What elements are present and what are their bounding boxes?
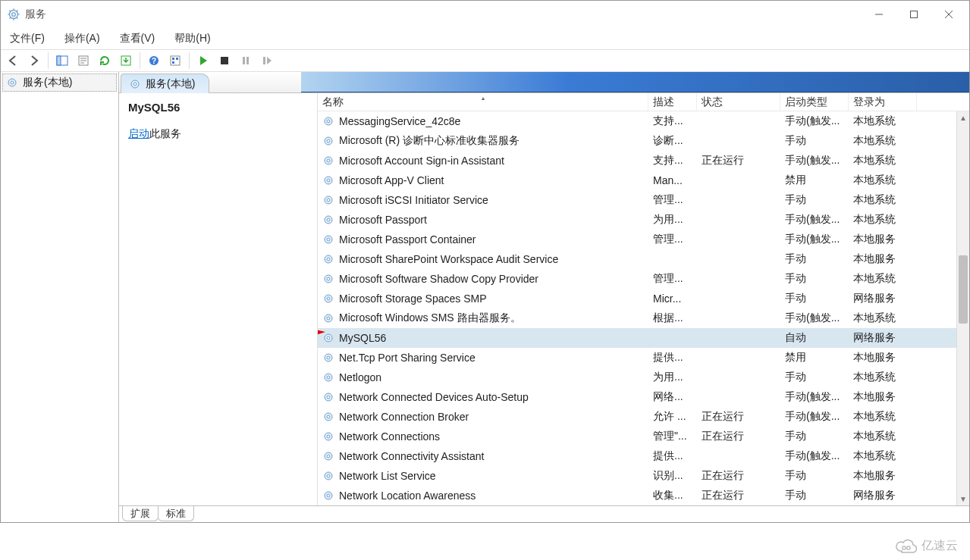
svg-point-50 xyxy=(327,396,330,399)
start-service-link[interactable]: 启动 xyxy=(128,127,149,139)
service-row[interactable]: Microsoft Passport Container管理...手动(触发..… xyxy=(318,230,969,249)
column-header-startup[interactable]: 启动类型 xyxy=(780,93,849,111)
service-startup-cell: 手动(触发... xyxy=(780,311,849,325)
service-startup-cell: 手动 xyxy=(780,272,849,286)
service-row[interactable]: Microsoft (R) 诊断中心标准收集器服务诊断...手动本地系统 xyxy=(318,131,969,151)
service-logon-cell: 本地系统 xyxy=(849,430,917,443)
export-list-button[interactable] xyxy=(117,52,135,70)
service-desc-cell: 管理... xyxy=(648,233,697,246)
nav-back-button[interactable] xyxy=(4,52,22,70)
service-desc-cell: 根据... xyxy=(648,311,697,325)
service-status-cell: 正在运行 xyxy=(697,154,780,167)
service-row[interactable]: Network Connectivity Assistant提供...手动(触发… xyxy=(318,446,969,466)
svg-point-52 xyxy=(327,415,330,418)
service-desc-cell: 诊断... xyxy=(648,134,697,148)
column-header-description[interactable]: 描述 xyxy=(648,93,697,111)
svg-point-54 xyxy=(327,435,330,438)
svg-point-28 xyxy=(327,179,330,182)
service-logon-cell: 本地系统 xyxy=(849,114,917,128)
column-header-name[interactable]: 名称 ▴ xyxy=(318,93,648,111)
service-startup-cell: 手动(触发... xyxy=(780,154,849,167)
minimize-button[interactable] xyxy=(862,3,896,26)
menu-action[interactable]: 操作(A) xyxy=(60,30,105,47)
service-logon-cell: 本地系统 xyxy=(849,134,917,148)
service-desc-cell: Micr... xyxy=(648,293,697,305)
service-row[interactable]: Network Connections管理"...正在运行手动本地系统 xyxy=(318,427,969,446)
service-row[interactable]: Network Connection Broker允许 ...正在运行手动(触发… xyxy=(318,407,969,427)
service-desc-cell: 管理... xyxy=(648,193,697,207)
service-name-cell: Microsoft iSCSI Initiator Service xyxy=(339,194,488,206)
service-startup-cell: 手动(触发... xyxy=(780,449,849,463)
service-row[interactable]: MessagingService_42c8e支持...手动(触发...本地系统 xyxy=(318,111,969,131)
service-name-cell: Network Connectivity Assistant xyxy=(339,450,484,462)
service-list-pane: 名称 ▴ 描述 状态 启动类型 登录为 MessagingService_42c… xyxy=(318,93,969,505)
service-row[interactable]: Netlogon为用...手动本地系统 xyxy=(318,368,969,387)
service-name-cell: Microsoft SharePoint Workspace Audit Ser… xyxy=(339,253,558,265)
service-desc-cell: 识别... xyxy=(648,469,697,483)
menu-file[interactable]: 文件(F) xyxy=(5,30,49,47)
service-row[interactable]: Network Connected Devices Auto-Setup网络..… xyxy=(318,387,969,407)
svg-point-22 xyxy=(327,120,330,123)
toolbar: ? xyxy=(1,49,969,72)
svg-point-60 xyxy=(327,494,330,497)
nav-forward-button[interactable] xyxy=(25,52,43,70)
service-startup-cell: 手动 xyxy=(780,430,849,443)
service-name-cell: Network Connections xyxy=(339,430,440,443)
start-service-button[interactable] xyxy=(194,52,212,70)
service-row[interactable]: Network Location Awareness收集...正在运行手动网络服… xyxy=(318,486,969,505)
service-icon xyxy=(322,312,334,324)
refresh-button[interactable] xyxy=(96,52,114,70)
menu-help[interactable]: 帮助(H) xyxy=(170,30,215,47)
service-row[interactable]: Network List Service识别...正在运行手动本地服务 xyxy=(318,466,969,486)
tree-item-services-local[interactable]: 服务(本地) xyxy=(2,74,117,92)
service-row[interactable]: Microsoft SharePoint Workspace Audit Ser… xyxy=(318,249,969,269)
service-row[interactable]: MySQL56自动网络服务 xyxy=(318,328,969,348)
column-header-logon[interactable]: 登录为 xyxy=(849,93,917,111)
options-button[interactable] xyxy=(166,52,184,70)
service-icon xyxy=(322,332,334,344)
service-row[interactable]: Microsoft Software Shadow Copy Provider管… xyxy=(318,269,969,289)
vertical-scrollbar[interactable]: ▲ ▼ xyxy=(956,111,969,505)
maximize-button[interactable] xyxy=(896,3,931,26)
service-logon-cell: 本地系统 xyxy=(849,154,917,167)
pause-service-button[interactable] xyxy=(237,52,255,70)
scroll-thumb[interactable] xyxy=(959,255,968,324)
service-startup-cell: 手动(触发... xyxy=(780,233,849,246)
service-row[interactable]: Net.Tcp Port Sharing Service提供...禁用本地服务 xyxy=(318,348,969,368)
help-button[interactable]: ? xyxy=(145,52,163,70)
service-status-cell: 正在运行 xyxy=(697,410,780,424)
restart-service-button[interactable] xyxy=(258,52,276,70)
service-row[interactable]: Microsoft App-V ClientMan...禁用本地系统 xyxy=(318,171,969,190)
tree-pane: 服务(本地) xyxy=(1,72,119,522)
close-button[interactable] xyxy=(931,3,966,26)
service-startup-cell: 自动 xyxy=(780,331,849,345)
show-hide-tree-button[interactable] xyxy=(53,52,71,70)
window-title: 服务 xyxy=(25,8,46,21)
menu-view[interactable]: 查看(V) xyxy=(115,30,160,47)
service-row[interactable]: Microsoft Windows SMS 路由器服务。根据...手动(触发..… xyxy=(318,308,969,328)
column-header-status[interactable]: 状态 xyxy=(697,93,780,111)
list-body[interactable]: MessagingService_42c8e支持...手动(触发...本地系统M… xyxy=(318,111,969,505)
svg-rect-16 xyxy=(263,57,265,64)
service-icon xyxy=(322,214,334,226)
bottom-tab-standard[interactable]: 标准 xyxy=(158,506,194,521)
scroll-up-icon[interactable]: ▲ xyxy=(957,111,969,124)
service-row[interactable]: Microsoft Storage Spaces SMPMicr...手动网络服… xyxy=(318,289,969,308)
bottom-tab-extended[interactable]: 扩展 xyxy=(122,506,159,521)
right-tab-services-local[interactable]: 服务(本地) xyxy=(121,74,209,93)
service-action-suffix: 此服务 xyxy=(149,127,181,139)
service-name-cell: Microsoft Windows SMS 路由器服务。 xyxy=(339,311,521,325)
service-status-cell: 正在运行 xyxy=(697,469,780,483)
service-logon-cell: 网络服务 xyxy=(849,292,917,305)
scroll-down-icon[interactable]: ▼ xyxy=(957,493,969,505)
service-row[interactable]: Microsoft Passport为用...手动(触发...本地系统 xyxy=(318,210,969,230)
service-row[interactable]: Microsoft Account Sign-in Assistant支持...… xyxy=(318,151,969,171)
service-name-cell: Netlogon xyxy=(339,371,381,383)
service-desc-cell: 支持... xyxy=(648,114,697,128)
properties-button[interactable] xyxy=(74,52,93,70)
gear-icon xyxy=(6,77,18,89)
service-icon xyxy=(322,411,334,423)
stop-service-button[interactable] xyxy=(215,52,234,70)
service-row[interactable]: Microsoft iSCSI Initiator Service管理...手动… xyxy=(318,190,969,210)
service-startup-cell: 手动 xyxy=(780,371,849,384)
